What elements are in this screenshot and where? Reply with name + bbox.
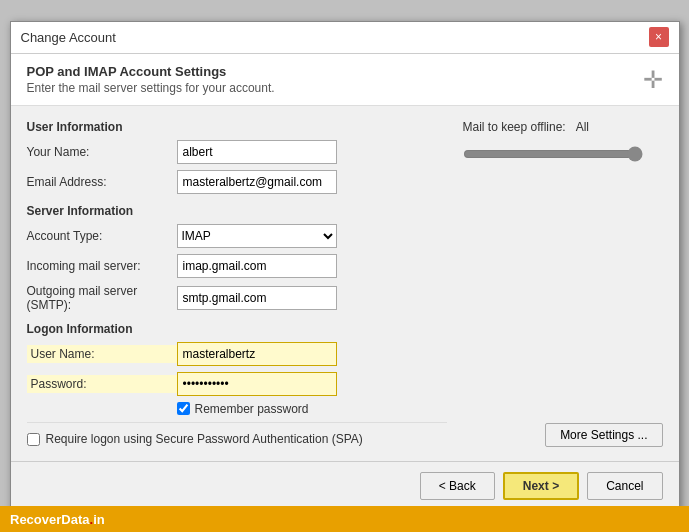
account-type-select[interactable]: IMAP bbox=[177, 224, 337, 248]
password-label: Password: bbox=[27, 375, 177, 393]
cancel-button[interactable]: Cancel bbox=[587, 472, 662, 500]
watermark-text-normal: RecoverData bbox=[10, 512, 90, 527]
next-button[interactable]: Next > bbox=[503, 472, 579, 500]
mail-offline-slider[interactable] bbox=[463, 146, 643, 162]
back-button[interactable]: < Back bbox=[420, 472, 495, 500]
email-address-label: Email Address: bbox=[27, 175, 177, 189]
right-panel: Mail to keep offline: All More Settings … bbox=[463, 120, 663, 448]
account-type-row: Account Type: IMAP bbox=[27, 224, 447, 248]
more-settings-button[interactable]: More Settings ... bbox=[545, 423, 662, 447]
incoming-server-row: Incoming mail server: bbox=[27, 254, 447, 278]
slider-container bbox=[463, 146, 643, 165]
username-row: User Name: bbox=[27, 342, 447, 366]
email-address-row: Email Address: bbox=[27, 170, 447, 194]
mail-offline-label: Mail to keep offline: bbox=[463, 120, 566, 134]
window-title: Change Account bbox=[21, 30, 116, 45]
remember-password-label: Remember password bbox=[195, 402, 309, 416]
remember-password-checkbox[interactable] bbox=[177, 402, 190, 415]
left-panel: User Information Your Name: Email Addres… bbox=[27, 120, 447, 448]
incoming-server-label: Incoming mail server: bbox=[27, 259, 177, 273]
close-button[interactable]: × bbox=[649, 27, 669, 47]
your-name-row: Your Name: bbox=[27, 140, 447, 164]
header-title: POP and IMAP Account Settings bbox=[27, 64, 275, 79]
remember-password-row: Remember password bbox=[177, 402, 447, 416]
content-area: User Information Your Name: Email Addres… bbox=[11, 106, 679, 462]
server-info-section-label: Server Information bbox=[27, 204, 447, 218]
header-subtitle: Enter the mail server settings for your … bbox=[27, 81, 275, 95]
header-section: POP and IMAP Account Settings Enter the … bbox=[11, 54, 679, 106]
account-type-label: Account Type: bbox=[27, 229, 177, 243]
cursor-icon: ✛ bbox=[643, 66, 663, 94]
mail-offline-row: Mail to keep offline: All bbox=[463, 120, 663, 134]
outgoing-server-label: Outgoing mail server (SMTP): bbox=[27, 284, 177, 312]
watermark-suffix: in bbox=[93, 512, 105, 527]
title-bar: Change Account × bbox=[11, 22, 679, 54]
footer: < Back Next > Cancel bbox=[11, 461, 679, 510]
mail-offline-value: All bbox=[576, 120, 589, 134]
outgoing-server-input[interactable] bbox=[177, 286, 337, 310]
outgoing-server-row: Outgoing mail server (SMTP): bbox=[27, 284, 447, 312]
password-input[interactable] bbox=[177, 372, 337, 396]
header-text: POP and IMAP Account Settings Enter the … bbox=[27, 64, 275, 95]
incoming-server-input[interactable] bbox=[177, 254, 337, 278]
username-label: User Name: bbox=[27, 345, 177, 363]
spacer bbox=[463, 173, 663, 256]
more-settings-container: More Settings ... bbox=[463, 423, 663, 447]
watermark-bar: RecoverData.in bbox=[0, 506, 689, 532]
password-row: Password: bbox=[27, 372, 447, 396]
divider bbox=[27, 422, 447, 423]
your-name-label: Your Name: bbox=[27, 145, 177, 159]
your-name-input[interactable] bbox=[177, 140, 337, 164]
main-window: Change Account × POP and IMAP Account Se… bbox=[10, 21, 680, 512]
logon-info-section-label: Logon Information bbox=[27, 322, 447, 336]
username-input[interactable] bbox=[177, 342, 337, 366]
email-address-input[interactable] bbox=[177, 170, 337, 194]
user-info-section-label: User Information bbox=[27, 120, 447, 134]
spa-row: Require logon using Secure Password Auth… bbox=[27, 431, 447, 448]
spa-label: Require logon using Secure Password Auth… bbox=[46, 431, 363, 448]
spa-checkbox[interactable] bbox=[27, 433, 40, 446]
